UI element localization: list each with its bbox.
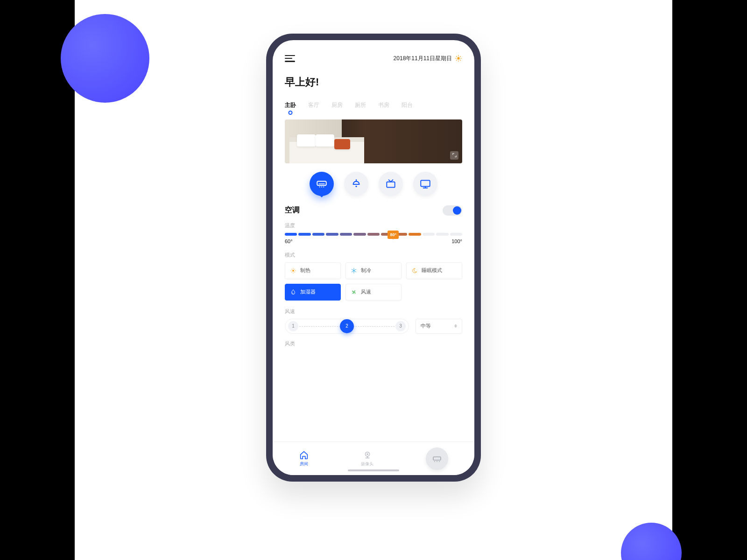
camera-icon xyxy=(362,450,373,460)
svg-point-34 xyxy=(366,453,368,455)
device-light-icon[interactable] xyxy=(344,172,368,196)
nav-label: 房间 xyxy=(300,461,308,467)
nav-camera[interactable]: 摄像头 xyxy=(361,450,374,467)
decorative-circle-bottom xyxy=(621,523,682,560)
room-tab-5[interactable]: 阳台 xyxy=(402,101,413,115)
fan-level-2[interactable]: 2 xyxy=(340,319,354,333)
fan-label: 风速 xyxy=(285,308,462,315)
mode-fan[interactable]: 风速 xyxy=(345,284,402,301)
svg-line-6 xyxy=(460,60,460,61)
svg-line-25 xyxy=(292,269,292,269)
temp-label: 温度 xyxy=(285,222,462,229)
fan-icon xyxy=(351,289,357,295)
drop-icon xyxy=(290,289,296,295)
ac-unit-icon xyxy=(431,453,443,464)
svg-line-27 xyxy=(292,272,292,272)
expand-icon[interactable] xyxy=(450,151,458,160)
svg-point-15 xyxy=(355,185,357,187)
temp-min: 60° xyxy=(285,238,293,244)
mode-snow[interactable]: 制冷 xyxy=(345,262,402,279)
svg-rect-9 xyxy=(317,181,326,185)
chevron-stepper-icon xyxy=(454,323,457,329)
menu-button[interactable] xyxy=(285,53,295,64)
fan-select-value: 中等 xyxy=(421,322,431,329)
room-tabs: 主卧客厅厨房厕所书房阳台 xyxy=(285,101,462,115)
sun-icon xyxy=(290,267,296,274)
nav-rooms[interactable]: 房间 xyxy=(299,450,309,467)
weather-sun-icon xyxy=(455,55,462,62)
device-selector xyxy=(285,172,462,196)
phone-frame: 2018年11月11日星期日 早上好! 主卧客厅厨房厕所书房阳台 xyxy=(266,34,481,482)
room-tab-4[interactable]: 书房 xyxy=(378,101,389,115)
fan-level-3[interactable]: 3 xyxy=(395,321,406,331)
svg-point-20 xyxy=(292,270,294,272)
mode-label: 模式 xyxy=(285,252,462,259)
nav-label: 摄像头 xyxy=(361,461,374,467)
device-tv-icon[interactable] xyxy=(379,172,403,196)
temperature-slider[interactable]: 60° 80° 100° xyxy=(285,233,462,244)
svg-point-0 xyxy=(457,57,459,60)
bottom-nav: 房间 摄像头 xyxy=(273,441,474,475)
mode-drop[interactable]: 加湿器 xyxy=(285,284,341,301)
mode-sun[interactable]: 制热 xyxy=(285,262,341,279)
svg-rect-17 xyxy=(421,180,430,186)
mode-moon[interactable]: 睡眠模式 xyxy=(406,262,462,279)
device-monitor-icon[interactable] xyxy=(413,172,437,196)
svg-line-28 xyxy=(295,269,295,269)
date-text: 2018年11月11日星期日 xyxy=(394,55,452,63)
screen: 2018年11月11日星期日 早上好! 主卧客厅厨房厕所书房阳台 xyxy=(273,40,474,475)
moon-icon xyxy=(411,267,418,274)
greeting-text: 早上好! xyxy=(285,75,462,89)
room-tab-2[interactable]: 厨房 xyxy=(331,101,343,115)
home-indicator xyxy=(348,469,399,471)
power-toggle[interactable] xyxy=(443,205,462,216)
svg-line-26 xyxy=(295,272,295,272)
room-tab-3[interactable]: 厕所 xyxy=(355,101,366,115)
decorative-circle-top xyxy=(61,14,149,103)
device-ac-icon[interactable] xyxy=(310,172,334,196)
svg-rect-16 xyxy=(387,182,395,187)
room-tab-1[interactable]: 客厅 xyxy=(308,101,319,115)
temp-marker[interactable]: 80° xyxy=(388,231,399,239)
svg-line-7 xyxy=(456,60,457,61)
svg-rect-35 xyxy=(433,457,441,460)
svg-line-5 xyxy=(456,56,457,57)
wind-type-label: 风类 xyxy=(285,340,462,347)
section-title: 空调 xyxy=(285,205,300,215)
fan-speed-select[interactable]: 中等 xyxy=(416,319,462,334)
snow-icon xyxy=(351,267,357,274)
fan-level-1[interactable]: 1 xyxy=(288,321,298,331)
room-tab-0[interactable]: 主卧 xyxy=(285,101,296,115)
fan-speed-slider[interactable]: 123 xyxy=(285,319,409,334)
svg-line-8 xyxy=(460,56,460,57)
temp-max: 100° xyxy=(451,238,462,244)
mode-grid: 制热制冷睡眠模式加湿器风速 xyxy=(285,262,462,301)
home-icon xyxy=(299,450,309,460)
svg-point-32 xyxy=(353,291,354,292)
room-photo[interactable] xyxy=(285,119,462,163)
nav-fab-button[interactable] xyxy=(426,448,448,470)
date-display: 2018年11月11日星期日 xyxy=(394,55,462,63)
